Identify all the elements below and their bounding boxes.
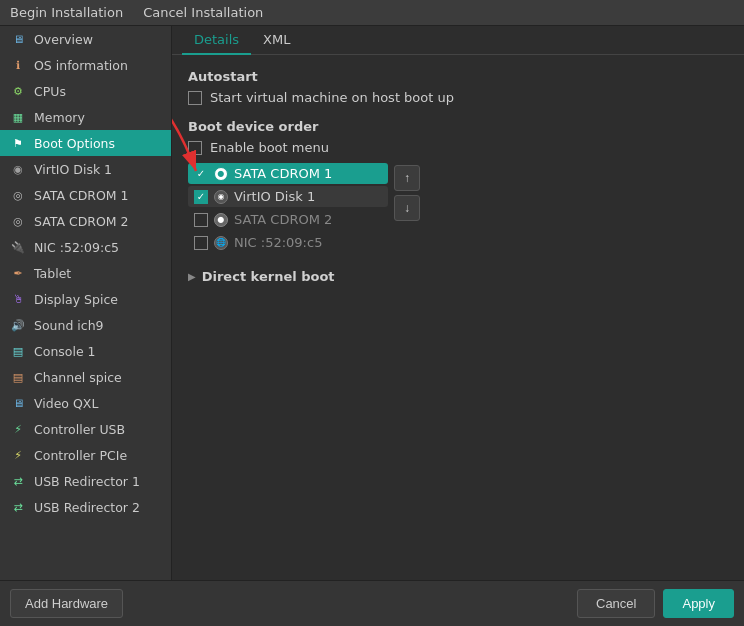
autostart-checkbox[interactable] bbox=[188, 91, 202, 105]
direct-kernel-boot-header[interactable]: ▶ Direct kernel boot bbox=[188, 269, 728, 284]
device-label-nic: NIC :52:09:c5 bbox=[234, 235, 322, 250]
autostart-row: Start virtual machine on host boot up bbox=[188, 90, 728, 105]
sidebar-item-tablet[interactable]: ✒ Tablet bbox=[0, 260, 171, 286]
device-checkbox-nic[interactable] bbox=[194, 236, 208, 250]
sidebar-label-controller-usb: Controller USB bbox=[34, 422, 125, 437]
sidebar-label-usb-redirector2: USB Redirector 2 bbox=[34, 500, 140, 515]
device-label-sata-cdrom1: SATA CDROM 1 bbox=[234, 166, 332, 181]
boot-device-row-nic[interactable]: 🌐 NIC :52:09:c5 bbox=[188, 232, 388, 253]
device-label-virtio-disk1: VirtIO Disk 1 bbox=[234, 189, 315, 204]
sidebar-label-sound-ich9: Sound ich9 bbox=[34, 318, 104, 333]
boot-device-row-sata-cdrom2[interactable]: ● SATA CDROM 2 bbox=[188, 209, 388, 230]
boot-device-list: ✓ ● SATA CDROM 1 ✓ ◉ VirtIO Disk 1 bbox=[188, 163, 420, 253]
sidebar-label-sata-cdrom1: SATA CDROM 1 bbox=[34, 188, 129, 203]
sidebar-item-console1[interactable]: ▤ Console 1 bbox=[0, 338, 171, 364]
cpu-icon: ⚙ bbox=[10, 83, 26, 99]
arrow-buttons: ↑ ↓ bbox=[394, 163, 420, 253]
ram-icon: ▦ bbox=[10, 109, 26, 125]
sidebar-label-channel-spice: Channel spice bbox=[34, 370, 122, 385]
boot-device-row-virtio-disk1[interactable]: ✓ ◉ VirtIO Disk 1 bbox=[188, 186, 388, 207]
autostart-label: Start virtual machine on host boot up bbox=[210, 90, 454, 105]
info-icon: ℹ bbox=[10, 57, 26, 73]
sidebar-item-overview[interactable]: 🖥 Overview bbox=[0, 26, 171, 52]
sidebar-label-usb-redirector1: USB Redirector 1 bbox=[34, 474, 140, 489]
sidebar-label-controller-pcie: Controller PCIe bbox=[34, 448, 127, 463]
sidebar-item-boot-options[interactable]: ⚑ Boot Options bbox=[0, 130, 171, 156]
sidebar-label-memory: Memory bbox=[34, 110, 85, 125]
sidebar-item-display-spice[interactable]: 🖱 Display Spice bbox=[0, 286, 171, 312]
sidebar-label-os-information: OS information bbox=[34, 58, 128, 73]
main-area: 🖥 Overview ℹ OS information ⚙ CPUs ▦ Mem… bbox=[0, 26, 744, 580]
device-checkbox-virtio-disk1[interactable]: ✓ bbox=[194, 190, 208, 204]
move-up-button[interactable]: ↑ bbox=[394, 165, 420, 191]
boot-device-order-title: Boot device order bbox=[188, 119, 728, 134]
sidebar-item-channel-spice[interactable]: ▤ Channel spice bbox=[0, 364, 171, 390]
sidebar-item-sata-cdrom2[interactable]: ◎ SATA CDROM 2 bbox=[0, 208, 171, 234]
sidebar-item-usb-redirector2[interactable]: ⇄ USB Redirector 2 bbox=[0, 494, 171, 520]
sidebar-item-memory[interactable]: ▦ Memory bbox=[0, 104, 171, 130]
device-rows: ✓ ● SATA CDROM 1 ✓ ◉ VirtIO Disk 1 bbox=[188, 163, 388, 253]
tab-xml[interactable]: XML bbox=[251, 26, 302, 55]
cdrom2-icon: ◎ bbox=[10, 213, 26, 229]
device-label-sata-cdrom2: SATA CDROM 2 bbox=[234, 212, 332, 227]
sidebar-label-console1: Console 1 bbox=[34, 344, 96, 359]
cdrom1-icon: ◎ bbox=[10, 187, 26, 203]
usb-ctrl-icon: ⚡ bbox=[10, 421, 26, 437]
device-list-container: ✓ ● SATA CDROM 1 ✓ ◉ VirtIO Disk 1 bbox=[188, 163, 420, 253]
content-panel: Autostart Start virtual machine on host … bbox=[172, 55, 744, 580]
device-checkbox-sata-cdrom1[interactable]: ✓ bbox=[194, 167, 208, 181]
nic-device-icon: 🌐 bbox=[214, 236, 228, 250]
sidebar-item-nic[interactable]: 🔌 NIC :52:09:c5 bbox=[0, 234, 171, 260]
sidebar-item-sound-ich9[interactable]: 🔊 Sound ich9 bbox=[0, 312, 171, 338]
move-down-button[interactable]: ↓ bbox=[394, 195, 420, 221]
sidebar-label-display-spice: Display Spice bbox=[34, 292, 118, 307]
usb-redir2-icon: ⇄ bbox=[10, 499, 26, 515]
usb-redir1-icon: ⇄ bbox=[10, 473, 26, 489]
pcie-ctrl-icon: ⚡ bbox=[10, 447, 26, 463]
sidebar-label-overview: Overview bbox=[34, 32, 93, 47]
monitor-icon: 🖥 bbox=[10, 31, 26, 47]
sidebar-item-virtio-disk1[interactable]: ◉ VirtIO Disk 1 bbox=[0, 156, 171, 182]
bottom-right-buttons: Cancel Apply bbox=[577, 589, 734, 618]
sidebar-item-video-qxl[interactable]: 🖥 Video QXL bbox=[0, 390, 171, 416]
nic-icon: 🔌 bbox=[10, 239, 26, 255]
boot-device-section: Boot device order Enable boot menu bbox=[188, 119, 728, 284]
boot-device-row-sata-cdrom1[interactable]: ✓ ● SATA CDROM 1 bbox=[188, 163, 388, 184]
tabs-bar: Details XML bbox=[172, 26, 744, 55]
collapse-triangle-icon: ▶ bbox=[188, 271, 196, 282]
autostart-title: Autostart bbox=[188, 69, 728, 84]
cdrom2-device-icon: ● bbox=[214, 213, 228, 227]
enable-boot-menu-checkbox[interactable] bbox=[188, 141, 202, 155]
display-icon: 🖱 bbox=[10, 291, 26, 307]
sidebar-label-sata-cdrom2: SATA CDROM 2 bbox=[34, 214, 129, 229]
disk1-device-icon: ◉ bbox=[214, 190, 228, 204]
begin-installation-menu[interactable]: Begin Installation bbox=[10, 5, 123, 20]
sidebar-item-controller-usb[interactable]: ⚡ Controller USB bbox=[0, 416, 171, 442]
tab-details[interactable]: Details bbox=[182, 26, 251, 55]
tablet-icon: ✒ bbox=[10, 265, 26, 281]
video-icon: 🖥 bbox=[10, 395, 26, 411]
direct-kernel-boot-section: ▶ Direct kernel boot bbox=[188, 269, 728, 284]
boot-icon: ⚑ bbox=[10, 135, 26, 151]
content-area: Details XML Autostart Start virtual mach… bbox=[172, 26, 744, 580]
enable-boot-menu-label: Enable boot menu bbox=[210, 140, 329, 155]
virtio-disk-icon: ◉ bbox=[10, 161, 26, 177]
direct-kernel-boot-label: Direct kernel boot bbox=[202, 269, 335, 284]
sidebar: 🖥 Overview ℹ OS information ⚙ CPUs ▦ Mem… bbox=[0, 26, 172, 580]
bottom-bar: Add Hardware Cancel Apply bbox=[0, 580, 744, 626]
sidebar-item-cpus[interactable]: ⚙ CPUs bbox=[0, 78, 171, 104]
sidebar-item-sata-cdrom1[interactable]: ◎ SATA CDROM 1 bbox=[0, 182, 171, 208]
sound-icon: 🔊 bbox=[10, 317, 26, 333]
sidebar-item-usb-redirector1[interactable]: ⇄ USB Redirector 1 bbox=[0, 468, 171, 494]
apply-button[interactable]: Apply bbox=[663, 589, 734, 618]
channel-icon: ▤ bbox=[10, 369, 26, 385]
add-hardware-button[interactable]: Add Hardware bbox=[10, 589, 123, 618]
sidebar-item-os-information[interactable]: ℹ OS information bbox=[0, 52, 171, 78]
cancel-button[interactable]: Cancel bbox=[577, 589, 655, 618]
sidebar-label-tablet: Tablet bbox=[34, 266, 71, 281]
menubar: Begin Installation Cancel Installation bbox=[0, 0, 744, 26]
sidebar-item-controller-pcie[interactable]: ⚡ Controller PCIe bbox=[0, 442, 171, 468]
sidebar-label-cpus: CPUs bbox=[34, 84, 66, 99]
device-checkbox-sata-cdrom2[interactable] bbox=[194, 213, 208, 227]
cancel-installation-menu[interactable]: Cancel Installation bbox=[143, 5, 263, 20]
